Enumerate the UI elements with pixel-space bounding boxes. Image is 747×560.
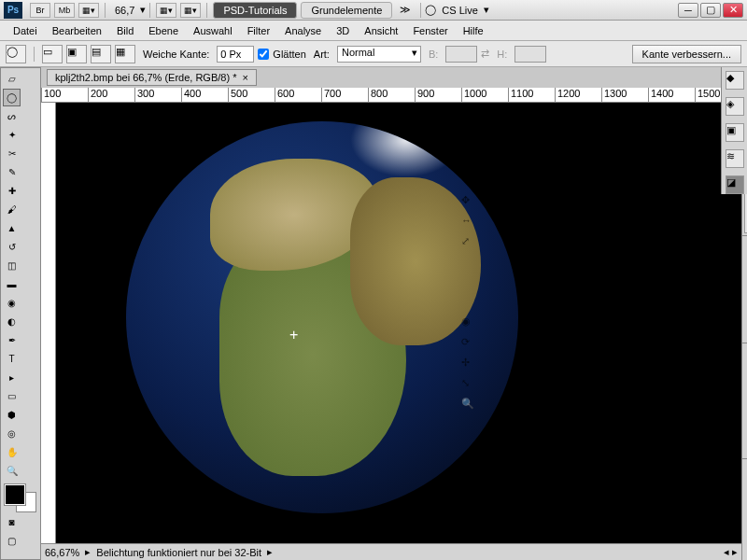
3d-pan-icon[interactable]: ✥	[461, 194, 478, 211]
screen-mode-button[interactable]: ▦▾	[78, 3, 99, 18]
quickmask-tool[interactable]: ◙	[3, 513, 21, 531]
menu-bearbeiten[interactable]: Bearbeiten	[45, 21, 109, 41]
status-zoom[interactable]: 66,67%	[45, 547, 79, 558]
eraser-tool[interactable]: ◫	[3, 257, 21, 274]
foreground-color[interactable]	[5, 484, 25, 505]
chevron-expand-icon[interactable]: ≫	[394, 4, 416, 16]
document-tab-title: kplj2th2.bmp bei 66,7% (Erde, RGB/8) *	[55, 72, 236, 83]
antialias-checkbox[interactable]	[258, 49, 269, 60]
menu-ansicht[interactable]: Ansicht	[357, 21, 405, 41]
cursor-crosshair-icon: +	[289, 327, 298, 343]
crop-tool[interactable]: ✂	[3, 145, 21, 162]
menu-ebene[interactable]: Ebene	[141, 21, 186, 41]
layers-panel-icon[interactable]: ≋	[726, 149, 744, 168]
marquee-intersect-button[interactable]: ▦	[115, 45, 135, 63]
ruler-horizontal[interactable]: 1002003004005006007008009001000110012001…	[41, 88, 741, 103]
antialias-label: Glätten	[273, 49, 305, 60]
feather-input[interactable]	[217, 46, 254, 63]
brush-tool[interactable]: 🖌	[3, 201, 21, 218]
swatches-panel-icon[interactable]: ◈	[726, 97, 744, 116]
history-brush-tool[interactable]: ↺	[3, 238, 21, 256]
channels-panel-icon[interactable]: ◪	[726, 175, 744, 194]
status-bar: 66,67% ▸ Belichtung funktioniert nur bei…	[41, 543, 741, 560]
workspace-tab-tutorials[interactable]: PSD-Tutorials	[213, 2, 297, 19]
menu-fenster[interactable]: Fenster	[405, 21, 455, 41]
color-swatch[interactable]	[3, 484, 38, 512]
close-tab-icon[interactable]: ×	[242, 72, 247, 83]
menu-3d[interactable]: 3D	[329, 21, 357, 41]
gradient-tool[interactable]: ▬	[3, 275, 21, 293]
type-tool[interactable]: T	[3, 350, 21, 368]
canvas[interactable]: +	[56, 103, 741, 543]
bridge-button[interactable]: Br	[30, 3, 50, 18]
move-tool[interactable]: ▱	[3, 70, 21, 88]
app-icon: Ps	[4, 2, 22, 19]
swap-icon: ⇄	[481, 48, 489, 60]
3d-scale-icon[interactable]: ⤢	[461, 235, 478, 252]
menu-analyse[interactable]: Analyse	[277, 21, 329, 41]
menu-bild[interactable]: Bild	[109, 21, 141, 41]
3d-slide-icon[interactable]: ↔	[461, 215, 478, 231]
zoom-tool[interactable]: 🔍	[3, 462, 21, 480]
marquee-tool[interactable]: ◯	[3, 89, 21, 106]
marquee-sub-button[interactable]: ▤	[91, 45, 111, 63]
minibridge-button[interactable]: Mb	[54, 3, 75, 18]
minimize-button[interactable]: ─	[678, 3, 698, 18]
width-input	[445, 46, 477, 63]
menu-datei[interactable]: Datei	[6, 21, 45, 41]
stamp-tool[interactable]: ▲	[3, 219, 21, 237]
arrange-docs-button[interactable]: ▦▾	[180, 3, 201, 18]
refine-edge-button[interactable]: Kante verbessern...	[632, 45, 741, 63]
marquee-add-button[interactable]: ▣	[66, 45, 87, 63]
3d-camera-tool[interactable]: ◎	[3, 425, 21, 442]
cross-section-panel: Querschnitt Ebene:▸ Schnittlinie: Versat…	[742, 343, 747, 458]
view-extras-button[interactable]: ▦▾	[156, 3, 176, 18]
3d-pan-view-icon[interactable]: ✢	[461, 357, 478, 373]
dodge-tool[interactable]: ◐	[3, 313, 21, 330]
3d-orbit-icon[interactable]: ◉	[461, 315, 478, 332]
close-button[interactable]: ✕	[723, 3, 743, 18]
status-belichtung: Belichtung funktioniert nur bei 32-Bit	[96, 547, 261, 558]
menu-hilfe[interactable]: Hilfe	[456, 21, 491, 41]
maximize-button[interactable]: ▢	[700, 3, 721, 18]
menu-auswahl[interactable]: Auswahl	[186, 21, 240, 41]
hand-tool[interactable]: ✋	[3, 443, 21, 461]
lasso-tool[interactable]: ᔕ	[3, 107, 21, 125]
tool-preset-button[interactable]: ◯	[6, 45, 26, 63]
titlebar: Ps Br Mb ▦▾ 66,7▾ ▦▾ ▦▾ PSD-Tutorials Gr…	[0, 0, 747, 21]
path-select-tool[interactable]: ▸	[3, 369, 21, 386]
3d-tool[interactable]: ⬢	[3, 406, 21, 424]
pen-tool[interactable]: ✒	[3, 331, 21, 349]
screenmode-tool[interactable]: ▢	[3, 532, 21, 550]
healing-tool[interactable]: ✚	[3, 182, 21, 200]
zoom-level[interactable]: 66,7	[109, 5, 140, 16]
adjustments-panel-icon[interactable]: ▣	[726, 123, 744, 142]
document-tab-bar: kplj2th2.bmp bei 66,7% (Erde, RGB/8) * ×	[41, 67, 741, 88]
cslive-button[interactable]: CS Live	[436, 5, 484, 16]
feather-label: Weiche Kante:	[139, 49, 213, 60]
document-tab[interactable]: kplj2th2.bmp bei 66,7% (Erde, RGB/8) * ×	[47, 69, 257, 86]
3d-zoom-icon[interactable]: 🔍	[461, 398, 478, 414]
workspace-tab-grundelemente[interactable]: Grundelemente	[301, 2, 392, 19]
ruler-vertical[interactable]	[41, 103, 56, 543]
3d-roll-view-icon[interactable]: ⟳	[461, 336, 478, 353]
shape-tool[interactable]: ▭	[3, 387, 21, 405]
menubar: Datei Bearbeiten Bild Ebene Auswahl Filt…	[0, 21, 747, 41]
options-bar: ◯ ▭ ▣ ▤ ▦ Weiche Kante: Glätten Art: Nor…	[0, 41, 747, 67]
blur-tool[interactable]: ◉	[3, 294, 21, 312]
render-settings-panel: Rendereinstellungen: Benutzerdefiniert B…	[742, 235, 747, 343]
eyedropper-tool[interactable]: ✎	[3, 163, 21, 181]
workspace: ▱ ◯ ᔕ ✦ ✂ ✎ ✚ 🖌 ▲ ↺ ◫ ▬ ◉ ◐ ✒ T ▸ ▭ ⬢ ◎ …	[0, 67, 747, 560]
color-panel-icon[interactable]: ◆	[726, 71, 744, 90]
style-label: Art:	[310, 49, 333, 60]
3d-roll-icon[interactable]: ⟲	[461, 174, 478, 190]
dock-strip: ◆ ◈ ▣ ≋ ◪	[721, 67, 747, 194]
marquee-rect-button[interactable]: ▭	[42, 45, 63, 63]
wand-tool[interactable]: ✦	[3, 126, 21, 144]
menu-filter[interactable]: Filter	[240, 21, 277, 41]
style-select[interactable]: Normal	[337, 46, 421, 63]
document-area: kplj2th2.bmp bei 66,7% (Erde, RGB/8) * ×…	[41, 67, 741, 560]
3d-rotate-icon[interactable]: ↻	[461, 153, 478, 170]
3d-walk-icon[interactable]: ⤡	[461, 377, 478, 394]
toolbox: ▱ ◯ ᔕ ✦ ✂ ✎ ✚ 🖌 ▲ ↺ ◫ ▬ ◉ ◐ ✒ T ▸ ▭ ⬢ ◎ …	[0, 67, 41, 560]
